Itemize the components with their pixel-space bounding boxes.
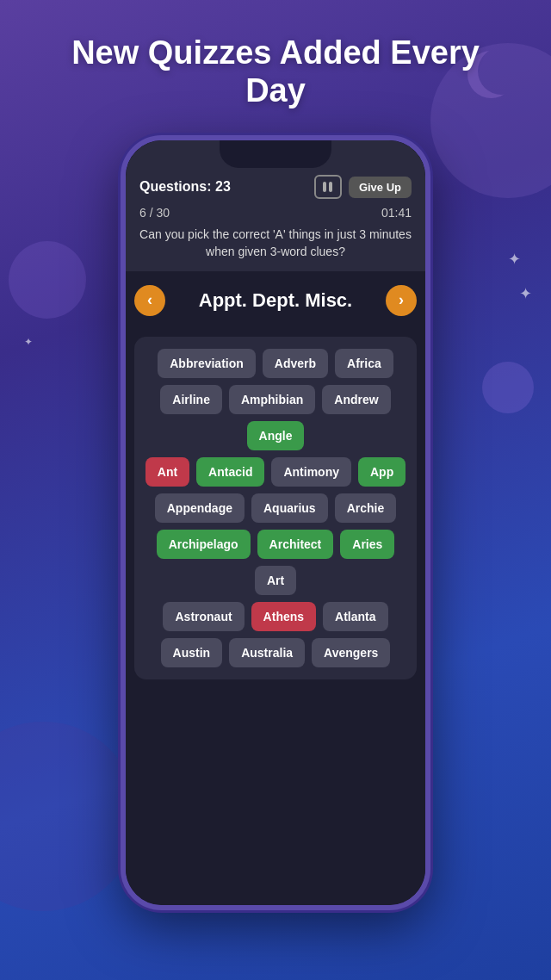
phone-notch [220, 140, 331, 168]
page-header: New Quizzes Added Every Day [0, 0, 551, 127]
answers-row-6: AustinAustraliaAvengers [143, 638, 408, 667]
answer-btn-astronaut[interactable]: Astronaut [163, 602, 244, 631]
clue-area: ‹ Appt. Dept. Misc. › [126, 271, 425, 330]
timer: 01:41 [381, 206, 412, 220]
answer-btn-avengers[interactable]: Avengers [312, 638, 390, 667]
quiz-progress: 6 / 30 01:41 [139, 206, 412, 220]
answers-row-2: AntAntacidAntimonyApp [143, 457, 408, 487]
answer-btn-angle[interactable]: Angle [247, 421, 305, 450]
pause-button[interactable] [314, 175, 342, 199]
next-arrow[interactable]: › [386, 285, 417, 316]
answer-btn-antacid[interactable]: Antacid [196, 457, 264, 487]
answers-row-1: AirlineAmphibianAndrewAngle [143, 385, 408, 450]
answer-btn-ant[interactable]: Ant [145, 457, 189, 487]
phone-frame: Questions: 23 Give Up 6 / 30 01:41 Can y… [121, 135, 430, 910]
quiz-top-bar: Questions: 23 Give Up [139, 175, 412, 199]
answer-btn-atlanta[interactable]: Atlanta [323, 602, 387, 631]
answers-grid: AbbreviationAdverbAfricaAirlineAmphibian… [134, 337, 417, 679]
answer-btn-amphibian[interactable]: Amphibian [229, 385, 315, 414]
answer-btn-abbreviation[interactable]: Abbreviation [158, 349, 256, 378]
answer-btn-architect[interactable]: Architect [257, 530, 334, 559]
quiz-question: Can you pick the correct 'A' things in j… [139, 226, 412, 260]
clue-text: Appt. Dept. Misc. [165, 289, 386, 312]
answers-row-3: AppendageAquariusArchie [143, 493, 408, 523]
prev-arrow[interactable]: ‹ [134, 285, 165, 316]
answer-btn-athens[interactable]: Athens [251, 602, 316, 631]
answer-btn-austin[interactable]: Austin [161, 638, 223, 667]
answer-btn-andrew[interactable]: Andrew [322, 385, 390, 414]
answer-btn-antimony[interactable]: Antimony [271, 457, 351, 487]
answer-btn-app[interactable]: App [358, 457, 406, 487]
answer-btn-africa[interactable]: Africa [335, 349, 393, 378]
answer-btn-art[interactable]: Art [255, 566, 296, 595]
pause-bar-right [329, 182, 332, 192]
answer-btn-aquarius[interactable]: Aquarius [251, 493, 328, 523]
answers-row-0: AbbreviationAdverbAfrica [143, 349, 408, 378]
quiz-controls: Give Up [314, 175, 412, 199]
answer-btn-australia[interactable]: Australia [229, 638, 305, 667]
answer-btn-archie[interactable]: Archie [335, 493, 397, 523]
answer-btn-archipelago[interactable]: Archipelago [157, 530, 251, 559]
pause-bar-left [323, 182, 326, 192]
progress-counter: 6 / 30 [139, 206, 170, 220]
answer-btn-appendage[interactable]: Appendage [155, 493, 245, 523]
answers-row-5: AstronautAthensAtlanta [143, 602, 408, 631]
answer-btn-adverb[interactable]: Adverb [263, 349, 328, 378]
questions-label: Questions: 23 [139, 179, 231, 195]
answer-btn-aries[interactable]: Aries [340, 530, 394, 559]
page-title: New Quizzes Added Every Day [52, 34, 499, 109]
phone-screen: Questions: 23 Give Up 6 / 30 01:41 Can y… [126, 140, 425, 905]
phone-container: Questions: 23 Give Up 6 / 30 01:41 Can y… [0, 135, 551, 910]
answers-row-4: ArchipelagoArchitectAriesArt [143, 530, 408, 595]
answer-btn-airline[interactable]: Airline [160, 385, 222, 414]
give-up-button[interactable]: Give Up [349, 177, 412, 198]
